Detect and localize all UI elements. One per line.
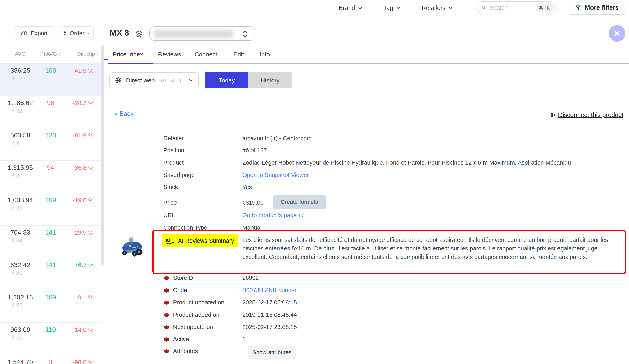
table-row[interactable]: 1,186.62 92 96 -28.2 % xyxy=(0,95,101,128)
source-dropdown[interactable]: Direct web €0 - €613 xyxy=(109,73,199,88)
table-row[interactable]: 1,033.94 85 109 -19.0 % xyxy=(0,193,101,225)
tab-reviews[interactable]: Reviews xyxy=(158,51,181,58)
detail-label: Stock xyxy=(163,182,240,191)
back-link[interactable]: « Back xyxy=(114,110,134,117)
tab-info[interactable]: Info xyxy=(260,51,270,58)
checks-count: 92 xyxy=(11,108,22,114)
brand-filter[interactable]: Brand xyxy=(339,4,363,11)
today-toggle[interactable]: Today xyxy=(205,73,248,88)
price-range-label: €0 - €613 xyxy=(160,78,181,83)
detail-label: StoreID xyxy=(173,273,242,282)
column-header-dif-chp[interactable]: Dif. chp xyxy=(69,51,99,57)
brick-icon xyxy=(163,324,170,330)
snapshot-viewer-link[interactable]: Open in Snapshot Viewer xyxy=(242,171,629,179)
tab-price-index[interactable]: Price Index xyxy=(113,51,143,58)
avg-value: 632.42 xyxy=(4,261,36,269)
detail-label: Active xyxy=(173,335,242,344)
app-window: Brand Tag Retailers ⌘+K More filters Exp… xyxy=(0,0,629,364)
avg-value: 1,544.70 xyxy=(4,358,36,364)
brick-icon xyxy=(163,287,170,293)
detail-value: amazon.fr (fr) - Centrocom xyxy=(242,134,629,143)
avg-value: 1,186.62 xyxy=(4,99,36,107)
detail-label: Position xyxy=(163,146,240,155)
checks-count: 80 xyxy=(11,270,22,276)
sort-arrows-icon xyxy=(58,52,61,57)
ai-reviews-summary-text: Les clients sont satisfaits de l'efficac… xyxy=(242,236,613,261)
detail-label: Price xyxy=(163,198,240,207)
close-button[interactable] xyxy=(609,25,625,42)
retailers-filter[interactable]: Retailers xyxy=(422,4,453,11)
tag-filter-label: Tag xyxy=(383,4,393,11)
dif-chp-value: -35.8 % xyxy=(53,164,94,171)
detail-row-attributes: Attributes xyxy=(163,347,628,356)
export-button[interactable]: Export xyxy=(15,26,53,40)
export-label: Export xyxy=(31,30,48,37)
detail-row-position: Position #6 of 127 xyxy=(163,146,628,155)
sidebar: Export Order AVG PI AVG Dif. chp 386.25 … xyxy=(0,16,105,364)
table-row[interactable]: 1,202.18 60 109 -9.1 % xyxy=(0,290,101,322)
search-icon xyxy=(482,5,486,10)
show-attributes-button[interactable]: Show attributes xyxy=(248,346,296,359)
tag-filter[interactable]: Tag xyxy=(383,4,401,11)
layers-icon[interactable] xyxy=(135,30,144,38)
disconnect-product-link[interactable]: Disconnect this product xyxy=(551,111,623,119)
detail-label: URL xyxy=(163,211,240,220)
product-image xyxy=(119,234,147,262)
product-page-link[interactable]: Go to product's page xyxy=(242,211,629,220)
close-icon xyxy=(614,30,621,37)
sort-arrows-icon xyxy=(96,52,99,57)
order-button[interactable]: Order xyxy=(61,26,94,40)
table-row[interactable]: 563.58 91 120 -81.9 % xyxy=(0,128,101,160)
chevron-down-icon xyxy=(396,6,401,9)
detail-label: Product updated on xyxy=(173,298,242,307)
more-filters-button[interactable]: More filters xyxy=(569,1,625,14)
checks-count: 84 xyxy=(11,237,22,244)
column-header-avg: AVG xyxy=(4,51,36,57)
lightning-icon xyxy=(11,302,15,308)
search-box[interactable]: ⌘+K xyxy=(477,1,556,14)
detail-value: 2025-02-17 05:08:15 xyxy=(242,298,629,307)
detail-label: Next update on xyxy=(173,323,242,331)
product-code-link[interactable]: B007JUIZN8_winner xyxy=(242,286,629,294)
detail-value: 26992 xyxy=(242,273,629,282)
detail-label: Product xyxy=(163,158,240,167)
history-toggle[interactable]: History xyxy=(248,73,292,88)
table-row[interactable]: 704.83 84 141 -29.9 % xyxy=(0,225,101,258)
detail-label: Attributes xyxy=(173,347,242,356)
page-title: MX 8 xyxy=(110,28,129,37)
source-label: Direct web xyxy=(126,77,155,84)
search-input[interactable] xyxy=(489,4,533,11)
table-row[interactable]: 1,315.95 90 94 -35.8 % xyxy=(0,160,101,193)
tab-edit[interactable]: Edit xyxy=(233,51,244,58)
chevron-down-icon xyxy=(358,6,363,9)
detail-row-stock: Stock Yes xyxy=(163,182,628,191)
table-row[interactable]: 386.25 127 108 -41.5 % xyxy=(0,63,101,95)
avg-value: 563.58 xyxy=(4,132,36,139)
sort-icon xyxy=(63,31,67,36)
detail-value: 2019-01-15 08:45:44 xyxy=(242,310,629,319)
column-header-pi-avg[interactable]: PI AVG xyxy=(36,51,65,57)
checks-count: 127 xyxy=(11,75,26,82)
table-row[interactable]: 1,544.70 3 -98.0 % xyxy=(0,355,101,364)
brick-icon xyxy=(163,336,170,343)
brick-icon xyxy=(163,348,170,355)
dif-chp-value: -41.5 % xyxy=(53,67,94,74)
lightning-icon xyxy=(11,335,15,341)
avg-value: 1,315.95 xyxy=(4,164,36,172)
lightning-icon xyxy=(11,270,15,276)
avg-value: 1,033.94 xyxy=(4,196,36,204)
chevron-down-icon xyxy=(87,32,91,35)
detail-row-next-update: Next update on 2025-02-17 23:08:15 xyxy=(163,323,628,331)
table-row[interactable]: 963.09 60 110 -14.0 % xyxy=(0,322,101,355)
detail-value: Manual xyxy=(242,223,629,232)
tab-connect[interactable]: Connect xyxy=(194,51,217,58)
create-formula-button[interactable]: Create formula xyxy=(273,195,326,209)
tab-divider xyxy=(153,63,629,64)
product-select[interactable] xyxy=(149,26,255,41)
table-row[interactable]: 632.42 80 141 +6.7 % xyxy=(0,258,101,290)
detail-row-store-id: StoreID 26992 xyxy=(163,273,628,282)
active-tab-indicator xyxy=(108,63,153,64)
detail-row-code: Code B007JUIZN8_winner xyxy=(163,286,628,294)
detail-value: #6 of 127 xyxy=(242,146,629,155)
sidebar-scrollbar[interactable] xyxy=(101,45,104,265)
